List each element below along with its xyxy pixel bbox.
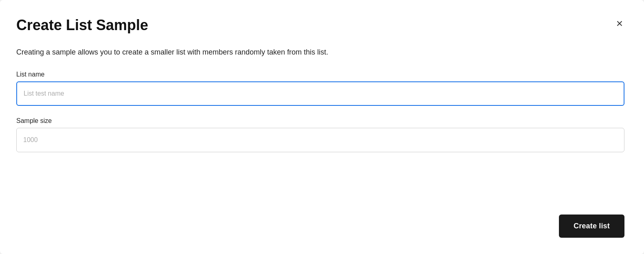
create-list-sample-modal: Create List Sample × Creating a sample a… [0, 0, 644, 254]
create-list-button[interactable]: Create list [559, 215, 624, 238]
sample-size-input[interactable] [16, 128, 624, 152]
modal-footer: Create list [16, 206, 624, 238]
list-name-field-group: List name [16, 71, 624, 106]
close-button[interactable]: × [615, 16, 624, 31]
modal-header: Create List Sample × [16, 16, 624, 34]
list-name-input[interactable] [16, 81, 624, 106]
modal-description: Creating a sample allows you to create a… [16, 47, 624, 58]
modal-title: Create List Sample [16, 16, 148, 34]
sample-size-label: Sample size [16, 117, 624, 125]
sample-size-field-group: Sample size [16, 117, 624, 152]
list-name-label: List name [16, 71, 624, 78]
